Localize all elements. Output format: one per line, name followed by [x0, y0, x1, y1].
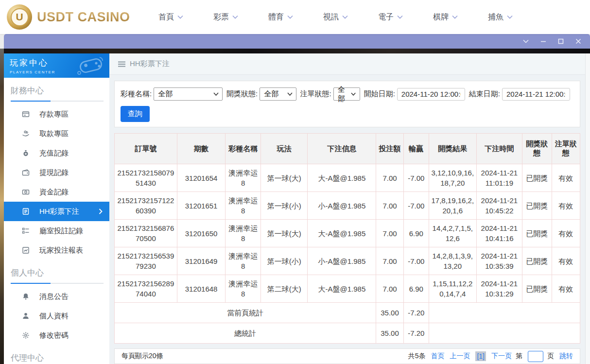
column-header: 開獎狀態 — [522, 134, 552, 164]
lottery-name-cell: 澳洲幸运8 — [226, 247, 260, 275]
bets-table: 訂單號期數彩種名稱玩法下注信息投注額輸贏開獎結果下注時間開獎狀態注單狀態 215… — [114, 133, 580, 344]
sidebar-item[interactable]: 提現記錄 — [4, 163, 109, 182]
nav-item[interactable]: 彩票 — [213, 12, 238, 22]
chevron-down-icon — [177, 15, 183, 19]
bet-info-cell: 小-A盤@1.985 — [308, 247, 376, 275]
menu-icon[interactable] — [118, 61, 125, 67]
order-id-cell: 2152173215687670500 — [115, 220, 177, 247]
order-id-cell: 2152173215628974040 — [115, 275, 177, 303]
table-row: 215217321565397923031201649澳洲幸运8第一球(小)小-… — [115, 247, 580, 275]
draw-status-cell: 已開獎 — [522, 164, 552, 192]
summary-label: 當前頁統計 — [115, 303, 376, 323]
bet-info-cell: 大-A盤@1.985 — [308, 220, 376, 247]
nav-item[interactable]: 體育 — [268, 12, 293, 22]
order-status-cell: 有效 — [552, 247, 580, 275]
winloss-cell: -7.00 — [403, 164, 429, 192]
next-page-link[interactable]: 下一页 — [491, 352, 512, 361]
sidebar-item[interactable]: 消息公告 — [4, 287, 109, 306]
sidebar-item[interactable]: 存款專區 — [4, 104, 109, 124]
summary-bet-total: 35.00 — [376, 303, 403, 323]
sidebar-item[interactable]: HH彩票下注 — [4, 202, 109, 221]
nav-item-label: 體育 — [268, 12, 284, 22]
jump-button[interactable]: 跳转 — [559, 352, 573, 361]
jump-suffix-label: 页 — [547, 352, 554, 361]
prev-page-link[interactable]: 上一页 — [450, 352, 470, 361]
column-header: 期數 — [177, 134, 226, 164]
pagination-bar: 每頁顯示20條 共5条 首页 上一页 [1] 下一页 第 页 跳转 — [114, 348, 580, 364]
bet-time-cell: 2024-11-21 11:01:19 — [476, 164, 522, 192]
sidebar-item[interactable]: 個人資料 — [4, 306, 109, 326]
scrollbar[interactable] — [585, 53, 590, 364]
order-id-cell: 2152173215807951430 — [115, 164, 177, 192]
current-page-indicator: [1] — [475, 351, 486, 361]
first-page-link[interactable]: 首页 — [431, 352, 444, 361]
chevron-down-icon — [287, 15, 293, 19]
summary-empty-cell — [429, 323, 580, 344]
start-date-input[interactable] — [397, 88, 465, 101]
window-maximize-button[interactable] — [552, 34, 570, 49]
nav-item[interactable]: 視訊 — [323, 12, 348, 22]
sidebar-item[interactable]: 玩家投注報表 — [4, 241, 109, 260]
playtype-cell: 第一球(大) — [260, 164, 308, 192]
sidebar-item[interactable]: 修改密碼 — [4, 326, 109, 345]
playtype-cell: 第一球(大) — [260, 220, 308, 247]
withdraw-icon — [21, 130, 30, 138]
order-status-cell: 有效 — [552, 164, 580, 192]
order-status-select[interactable]: 全部 — [333, 87, 360, 101]
background-banner-strip — [4, 49, 590, 53]
main-content: HH彩票下注 彩種名稱: 全部 開獎狀態: 全部 注單狀態: — [109, 53, 585, 364]
window-chevron-down-button[interactable] — [517, 34, 535, 49]
nav-item[interactable]: 棋牌 — [433, 12, 458, 22]
sidebar-item[interactable]: 充值記錄 — [4, 143, 109, 163]
page-title: HH彩票下注 — [130, 59, 170, 69]
bet-report-icon — [21, 246, 30, 254]
sidebar-item-label: 廳室投註記錄 — [39, 226, 83, 236]
sidebar-item-label: 個人資料 — [39, 312, 69, 321]
chevron-down-icon — [452, 15, 458, 19]
period-cell: 31201650 — [177, 220, 226, 247]
bet-amount-cell: 7.00 — [376, 164, 403, 192]
sidebar-item[interactable]: 取款專區 — [4, 124, 109, 143]
sidebar-item-label: 提現記錄 — [39, 168, 69, 177]
nav-item[interactable]: 電子 — [378, 12, 403, 22]
draw-result-cell: 17,8,19,16,2,20,1,6 — [429, 192, 476, 220]
winloss-cell: -7.00 — [403, 247, 429, 275]
close-icon — [575, 38, 582, 45]
window-close-button[interactable] — [570, 34, 587, 49]
chevron-down-icon — [522, 38, 529, 45]
sidebar-item[interactable]: 廳室投註記錄 — [4, 221, 109, 241]
end-date-input[interactable] — [502, 88, 570, 101]
column-header: 玩法 — [260, 134, 308, 164]
nav-item[interactable]: 首頁 — [158, 12, 183, 22]
order-id-cell: 2152173215712260390 — [115, 192, 177, 220]
search-button[interactable]: 查詢 — [121, 106, 150, 122]
order-status-cell: 有效 — [552, 192, 580, 220]
draw-status-cell: 已開獎 — [522, 192, 552, 220]
column-header: 開獎結果 — [429, 134, 476, 164]
lottery-name-cell: 澳洲幸运8 — [226, 275, 260, 303]
bell-icon — [21, 293, 30, 300]
winloss-cell: 6.90 — [403, 275, 429, 303]
end-date-label: 結束日期: — [469, 89, 500, 99]
winloss-cell: 6.90 — [403, 220, 429, 247]
deposit-icon — [21, 110, 30, 118]
window-minimize-button[interactable] — [535, 34, 552, 49]
brand-logo[interactable]: U USDT CASINO — [7, 4, 131, 30]
column-header: 訂單號 — [115, 134, 177, 164]
sidebar-item-label: 玩家投注報表 — [39, 246, 83, 255]
logo-coin-icon: U — [7, 4, 32, 30]
nav-item-label: 首頁 — [158, 12, 174, 22]
nav-item[interactable]: 捕魚 — [488, 12, 513, 22]
bet-amount-cell: 7.00 — [376, 247, 403, 275]
column-header: 注單狀態 — [552, 134, 580, 164]
table-row: 215217321571226039031201651澳洲幸运8第一球(小)小-… — [115, 192, 580, 220]
order-id-cell: 2152173215653979230 — [115, 247, 177, 275]
page-jump-input[interactable] — [528, 351, 543, 362]
draw-status-select[interactable]: 全部 — [260, 87, 296, 101]
top-navigation-bar: U USDT CASINO 首頁 彩票 體育 視訊 電子 棋牌 捕魚 — [0, 0, 590, 34]
lottery-name-select[interactable]: 全部 — [154, 87, 223, 101]
maximize-icon — [557, 38, 564, 45]
draw-status-cell: 已開獎 — [522, 275, 552, 303]
recharge-record-icon — [21, 149, 30, 157]
sidebar-item[interactable]: 資金記錄 — [4, 182, 109, 202]
